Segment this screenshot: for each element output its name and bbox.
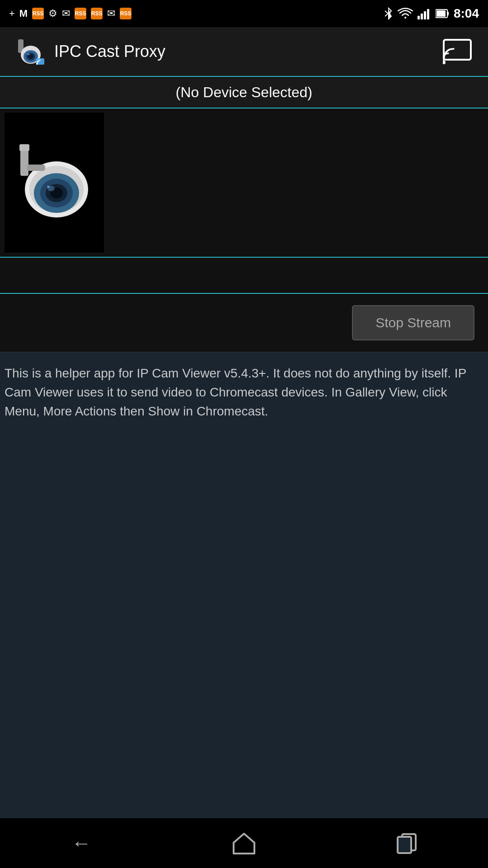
camera-dome-svg (11, 140, 97, 226)
app-header: IPC Cast Proxy (0, 27, 488, 77)
status-time: 8:04 (454, 6, 479, 21)
bluetooth-icon (383, 7, 393, 20)
app-header-left: IPC Cast Proxy (14, 36, 165, 67)
battery-icon (436, 9, 449, 19)
svg-rect-7 (447, 12, 449, 15)
preview-area (0, 108, 488, 258)
nav-bar: ← (0, 818, 488, 868)
recents-button[interactable] (384, 827, 429, 859)
url-bar-area (0, 258, 488, 294)
mail-icon-1: ✉ (62, 8, 70, 19)
rss-icon-4: RSS (120, 8, 131, 19)
svg-line-0 (385, 11, 388, 14)
wifi-icon (398, 8, 413, 19)
svg-rect-3 (421, 14, 423, 19)
gmail-icon: M (19, 8, 28, 19)
svg-rect-29 (27, 165, 45, 171)
home-icon (232, 832, 256, 854)
svg-point-14 (27, 53, 30, 55)
svg-marker-30 (234, 834, 254, 854)
svg-point-18 (443, 61, 446, 64)
svg-rect-5 (427, 9, 429, 19)
svg-rect-4 (424, 11, 426, 19)
svg-line-1 (385, 14, 388, 16)
svg-point-28 (47, 186, 50, 188)
status-bar-right: 8:04 (383, 6, 479, 21)
add-icon: + (9, 8, 15, 19)
rss-icon-1: RSS (32, 8, 44, 19)
svg-point-16 (36, 63, 38, 65)
cast-button[interactable] (443, 39, 474, 64)
signal-icon (418, 8, 431, 19)
app-title: IPC Cast Proxy (54, 42, 165, 61)
info-area: This is a helper app for IP Cam Viewer v… (0, 353, 488, 818)
device-bar: (No Device Selected) (0, 77, 488, 108)
camera-preview-image (5, 113, 104, 253)
svg-rect-2 (418, 16, 420, 19)
rss-icon-2: RSS (75, 8, 86, 19)
rss-icon-3: RSS (91, 8, 103, 19)
svg-rect-32 (398, 837, 411, 853)
device-selected-text: (No Device Selected) (176, 84, 312, 101)
back-icon: ← (71, 832, 91, 854)
status-bar-left: + M RSS ⚙ ✉ RSS RSS ✉ RSS (9, 8, 131, 19)
info-text: This is a helper app for IP Cam Viewer v… (5, 364, 483, 421)
home-button[interactable] (221, 827, 267, 859)
svg-rect-20 (19, 144, 29, 151)
back-button[interactable]: ← (59, 827, 104, 859)
controls-area: Stop Stream (0, 294, 488, 353)
stop-stream-button[interactable]: Stop Stream (352, 305, 474, 340)
recents-icon (396, 832, 418, 854)
app-icon (14, 36, 45, 67)
key-icon: ⚙ (48, 8, 57, 19)
svg-rect-8 (436, 10, 446, 17)
mail-icon-2: ✉ (107, 8, 115, 19)
status-bar: + M RSS ⚙ ✉ RSS RSS ✉ RSS (0, 0, 488, 27)
app-icon-svg (14, 36, 45, 67)
